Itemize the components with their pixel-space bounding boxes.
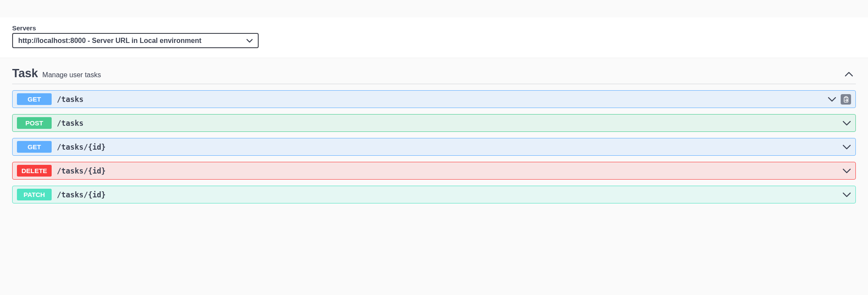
method-badge: POST [17,117,52,129]
servers-label: Servers [12,24,856,32]
operation-get-tasks[interactable]: GET /tasks [12,90,856,108]
tag-name: Task [12,67,38,80]
operation-right [828,94,851,105]
operation-right [842,144,851,150]
operation-patch-tasks-id[interactable]: PATCH /tasks/{id} [12,186,856,203]
chevron-down-icon[interactable] [842,144,851,150]
operation-path: /tasks [57,95,828,104]
chevron-down-icon[interactable] [842,168,851,174]
top-bar [0,0,868,17]
svg-rect-1 [845,96,847,98]
operation-post-tasks[interactable]: POST /tasks [12,114,856,132]
operation-delete-tasks-id[interactable]: DELETE /tasks/{id} [12,162,856,180]
operation-right [842,192,851,198]
operation-list: GET /tasks POST /tasks [12,90,856,203]
chevron-down-icon[interactable] [828,96,836,102]
servers-select[interactable]: http://localhost:8000 - Server URL in Lo… [12,33,259,48]
operation-get-tasks-id[interactable]: GET /tasks/{id} [12,138,856,156]
operation-path: /tasks/{id} [57,190,842,199]
operation-path: /tasks [57,119,842,128]
method-badge: GET [17,141,52,153]
tag-header-task[interactable]: Task Manage user tasks [12,67,856,84]
tag-description: Manage user tasks [43,71,845,79]
tags-area: Task Manage user tasks GET /tasks [0,58,868,223]
method-badge: GET [17,93,52,105]
chevron-down-icon[interactable] [842,120,851,126]
operation-path: /tasks/{id} [57,143,842,151]
servers-section: Servers http://localhost:8000 - Server U… [0,17,868,58]
method-badge: DELETE [17,165,52,177]
copy-to-clipboard-button[interactable] [841,94,851,105]
servers-select-wrap: http://localhost:8000 - Server URL in Lo… [12,33,259,48]
operation-path: /tasks/{id} [57,167,842,175]
method-badge: PATCH [17,189,52,200]
chevron-down-icon[interactable] [842,192,851,198]
chevron-up-icon [845,71,853,77]
operation-right [842,120,851,126]
operation-right [842,168,851,174]
